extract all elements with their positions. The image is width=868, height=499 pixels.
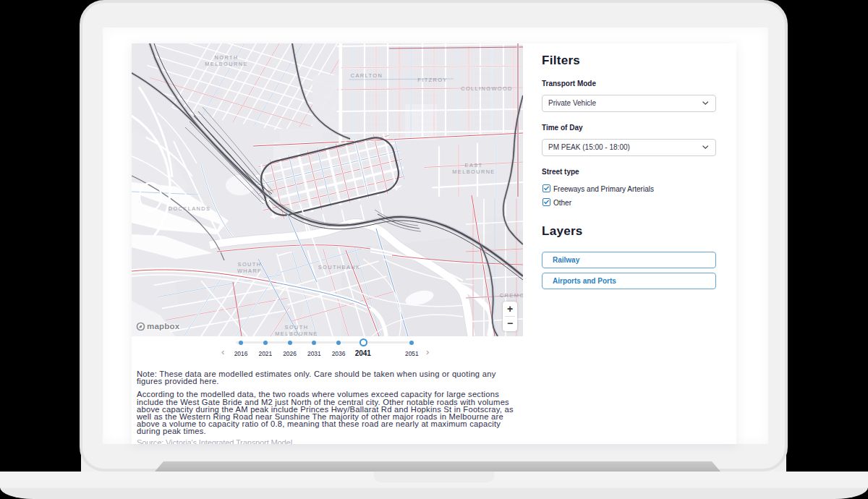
svg-text:EAST: EAST bbox=[465, 162, 483, 169]
svg-text:MELBOURNE: MELBOURNE bbox=[275, 330, 318, 336]
svg-text:MELBOURNE: MELBOURNE bbox=[205, 61, 247, 67]
svg-text:COLLINGWOOD: COLLINGWOOD bbox=[461, 85, 513, 92]
svg-text:NORTH: NORTH bbox=[214, 54, 238, 61]
svg-text:CREMORNE: CREMORNE bbox=[500, 292, 523, 299]
svg-text:CARLTON: CARLTON bbox=[351, 72, 383, 79]
svg-text:SOUTH: SOUTH bbox=[285, 324, 309, 330]
svg-text:SOUTH: SOUTH bbox=[238, 261, 262, 268]
svg-text:MELBOURNE: MELBOURNE bbox=[452, 169, 495, 175]
svg-text:WHARF: WHARF bbox=[237, 268, 262, 274]
svg-text:FITZROY: FITZROY bbox=[417, 77, 447, 83]
svg-text:DOCKLANDS: DOCKLANDS bbox=[169, 205, 211, 212]
svg-text:SOUTHBANK: SOUTHBANK bbox=[318, 264, 361, 270]
